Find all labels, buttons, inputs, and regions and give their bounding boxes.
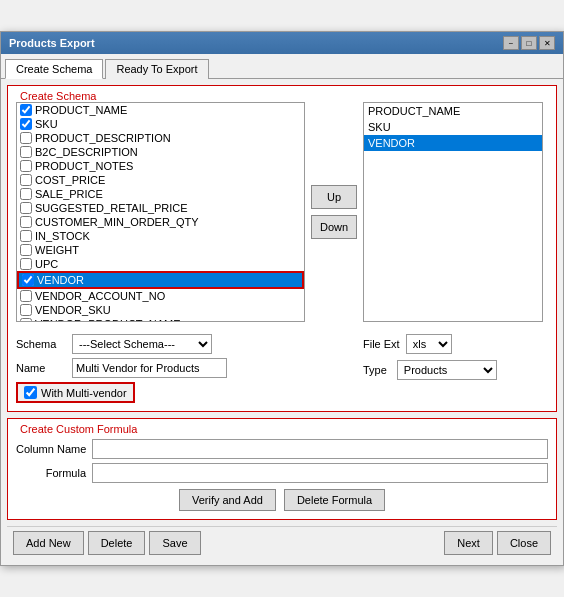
tab-ready-export[interactable]: Ready To Export (105, 59, 208, 79)
custom-formula-section: Create Custom Formula Column Name Formul… (7, 418, 557, 520)
field-label: VENDOR_SKU (35, 304, 111, 316)
field-checkbox[interactable] (20, 230, 32, 242)
schema-options-row: Schema ---Select Schema--- Name With Mul… (16, 328, 548, 403)
column-name-row: Column Name (16, 439, 548, 459)
file-ext-dropdown[interactable]: xls xlsx csv (406, 334, 452, 354)
field-checkbox[interactable] (20, 290, 32, 302)
available-fields-list[interactable]: PRODUCT_NAMESKUPRODUCT_DESCRIPTIONB2C_DE… (16, 102, 305, 322)
next-button[interactable]: Next (444, 531, 493, 555)
with-multiv-row: With Multi-vendor (16, 382, 363, 403)
delete-formula-button[interactable]: Delete Formula (284, 489, 385, 511)
schema-dropdown[interactable]: ---Select Schema--- (72, 334, 212, 354)
create-schema-section: Create Schema PRODUCT_NAMESKUPRODUCT_DES… (7, 85, 557, 412)
left-list-item[interactable]: UPC (17, 257, 304, 271)
formula-row: Formula (16, 463, 548, 483)
formula-action-buttons: Verify and Add Delete Formula (16, 489, 548, 511)
formula-input[interactable] (92, 463, 548, 483)
name-input[interactable] (72, 358, 227, 378)
left-list-item[interactable]: B2C_DESCRIPTION (17, 145, 304, 159)
field-checkbox[interactable] (20, 258, 32, 270)
schema-label: Schema (16, 338, 66, 350)
type-dropdown[interactable]: Products Orders Customers (397, 360, 497, 380)
left-list-item[interactable]: VENDOR_PRODUCT_NAME (17, 317, 304, 322)
field-label: COST_PRICE (35, 174, 105, 186)
field-checkbox[interactable] (20, 160, 32, 172)
custom-formula-legend: Create Custom Formula (16, 423, 548, 435)
create-schema-legend: Create Schema (16, 90, 548, 102)
field-checkbox[interactable] (20, 104, 32, 116)
name-label: Name (16, 362, 66, 374)
tab-bar: Create Schema Ready To Export (1, 54, 563, 79)
field-checkbox[interactable] (20, 318, 32, 322)
field-label: SALE_PRICE (35, 188, 103, 200)
save-button[interactable]: Save (149, 531, 200, 555)
tab-create-schema[interactable]: Create Schema (5, 59, 103, 79)
field-label: PRODUCT_NOTES (35, 160, 133, 172)
verify-add-button[interactable]: Verify and Add (179, 489, 276, 511)
name-row: Name (16, 358, 363, 378)
left-list-item[interactable]: VENDOR_ACCOUNT_NO (17, 289, 304, 303)
delete-button[interactable]: Delete (88, 531, 146, 555)
field-checkbox[interactable] (20, 216, 32, 228)
up-down-buttons: Up Down (305, 102, 363, 322)
selected-fields-list[interactable]: PRODUCT_NAMESKUVENDOR (363, 102, 543, 322)
add-new-button[interactable]: Add New (13, 531, 84, 555)
field-checkbox[interactable] (20, 304, 32, 316)
left-list-item[interactable]: VENDOR_SKU (17, 303, 304, 317)
left-list-item[interactable]: CUSTOMER_MIN_ORDER_QTY (17, 215, 304, 229)
selected-list-item[interactable]: VENDOR (364, 135, 542, 151)
field-checkbox[interactable] (20, 244, 32, 256)
field-label: SUGGESTED_RETAIL_PRICE (35, 202, 188, 214)
left-list-item[interactable]: SKU (17, 117, 304, 131)
field-label: PRODUCT_NAME (35, 104, 127, 116)
down-button[interactable]: Down (311, 215, 357, 239)
restore-button[interactable]: □ (521, 36, 537, 50)
file-ext-row: File Ext xls xlsx csv (363, 334, 548, 354)
field-label: WEIGHT (35, 244, 79, 256)
left-list-item[interactable]: SUGGESTED_RETAIL_PRICE (17, 201, 304, 215)
left-list-item[interactable]: PRODUCT_NOTES (17, 159, 304, 173)
column-name-input[interactable] (92, 439, 548, 459)
field-checkbox[interactable] (20, 202, 32, 214)
left-list-item[interactable]: PRODUCT_NAME (17, 103, 304, 117)
field-checkbox[interactable] (20, 174, 32, 186)
left-list-item[interactable]: COST_PRICE (17, 173, 304, 187)
title-bar: Products Export − □ ✕ (1, 32, 563, 54)
field-label: PRODUCT_DESCRIPTION (35, 132, 171, 144)
up-button[interactable]: Up (311, 185, 357, 209)
bottom-right-buttons: Next Close (444, 531, 551, 555)
close-button[interactable]: Close (497, 531, 551, 555)
left-list-item[interactable]: SALE_PRICE (17, 187, 304, 201)
minimize-button[interactable]: − (503, 36, 519, 50)
with-multiv-checkbox[interactable] (24, 386, 37, 399)
left-list-item[interactable]: PRODUCT_DESCRIPTION (17, 131, 304, 145)
schema-left-options: Schema ---Select Schema--- Name With Mul… (16, 328, 363, 403)
products-export-window: Products Export − □ ✕ Create Schema Read… (0, 31, 564, 566)
field-label: SKU (35, 118, 58, 130)
window-close-button[interactable]: ✕ (539, 36, 555, 50)
field-label: VENDOR_ACCOUNT_NO (35, 290, 165, 302)
left-list-panel: PRODUCT_NAMESKUPRODUCT_DESCRIPTIONB2C_DE… (16, 102, 305, 322)
field-label: B2C_DESCRIPTION (35, 146, 138, 158)
with-multiv-container: With Multi-vendor (16, 382, 135, 403)
file-ext-label: File Ext (363, 338, 400, 350)
field-checkbox[interactable] (22, 274, 34, 286)
field-checkbox[interactable] (20, 188, 32, 200)
selected-list-item[interactable]: PRODUCT_NAME (364, 103, 542, 119)
field-checkbox[interactable] (20, 118, 32, 130)
title-bar-buttons: − □ ✕ (503, 36, 555, 50)
selected-list-item[interactable]: SKU (364, 119, 542, 135)
selected-fields-panel: PRODUCT_NAMESKUVENDOR (363, 102, 548, 322)
field-label: UPC (35, 258, 58, 270)
column-name-label: Column Name (16, 443, 86, 455)
schema-select-row: Schema ---Select Schema--- (16, 334, 363, 354)
field-label: CUSTOMER_MIN_ORDER_QTY (35, 216, 199, 228)
left-list-item[interactable]: IN_STOCK (17, 229, 304, 243)
left-list-item[interactable]: WEIGHT (17, 243, 304, 257)
field-checkbox[interactable] (20, 132, 32, 144)
main-content: Create Schema PRODUCT_NAMESKUPRODUCT_DES… (1, 79, 563, 565)
bottom-left-buttons: Add New Delete Save (13, 531, 201, 555)
field-checkbox[interactable] (20, 146, 32, 158)
left-list-item[interactable]: VENDOR (17, 271, 304, 289)
field-label: VENDOR_PRODUCT_NAME (35, 318, 180, 322)
